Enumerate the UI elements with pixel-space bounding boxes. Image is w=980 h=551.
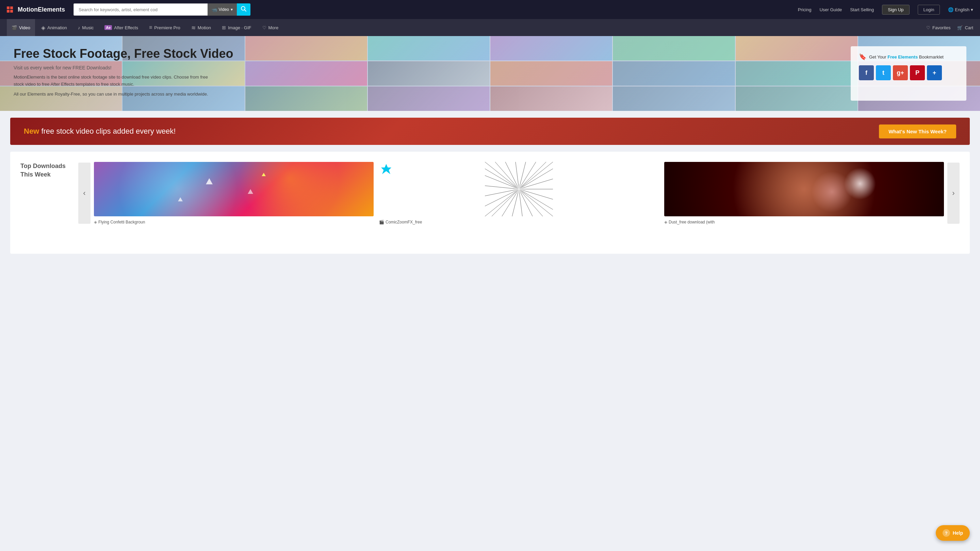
premiere-icon: ≡ [149, 24, 152, 30]
bookmarklet-text: Get Your Free Elements Bookmarklet [869, 54, 943, 60]
more-icon: ♡ [262, 25, 266, 30]
bookmarklet-header: 🔖 Get Your Free Elements Bookmarklet [859, 53, 958, 60]
signup-button[interactable]: Sign Up [882, 5, 909, 14]
sidebar-item-more[interactable]: ♡ More [258, 19, 283, 36]
animation-label: Animation [47, 25, 67, 30]
item-label: ◈ Flying Confetti Backgroun [94, 220, 374, 224]
thumbnail-dust[interactable] [664, 162, 944, 216]
search-area: 📹 Video ▾ [73, 3, 250, 16]
motion-label: Motion [198, 25, 211, 30]
twitter-button[interactable]: t [876, 65, 891, 80]
thumbnail-confetti[interactable] [94, 162, 374, 216]
facebook-button[interactable]: f [859, 65, 874, 80]
image-gif-label: Image · GIF [228, 25, 251, 30]
music-icon: ♪ [78, 25, 80, 30]
list-item: 🎬 ComicZoomFX_free [379, 162, 659, 224]
item-title: Dust_free download (with [669, 220, 714, 224]
category-nav-items: 🎬 Video ◈ Animation ♪ Music Ae After Eff… [7, 19, 926, 36]
hero-section: Free Stock Footage, Free Stock Video Vis… [0, 36, 980, 111]
video-icon: 🎬 [11, 25, 17, 30]
logo[interactable]: MotionElements [7, 6, 68, 13]
list-item: ◈ Flying Confetti Backgroun [94, 162, 374, 224]
cart-link[interactable]: 🛒 Cart [957, 25, 973, 30]
cart-label: Cart [965, 25, 973, 30]
bookmark-icon: 🔖 [859, 53, 866, 60]
comic-lines-svg [379, 162, 659, 216]
animation-icon: ◈ [94, 220, 97, 224]
share-more-button[interactable]: + [927, 65, 942, 80]
item-label: ◈ Dust_free download (with [664, 220, 944, 224]
social-buttons: f t g+ P + [859, 65, 958, 80]
section-title: Top Downloads This Week [21, 162, 68, 179]
favorites-link[interactable]: ♡ Favorites [926, 25, 950, 30]
hero-royalty-text: All our Elements are Royalty-Free, so yo… [14, 92, 837, 97]
carousel-next-button[interactable]: › [947, 163, 959, 224]
sidebar-item-after-effects[interactable]: Ae After Effects [100, 19, 143, 36]
list-item: ◈ Dust_free download (with [664, 162, 944, 224]
top-nav-links: Pricing User Guide Start Selling Sign Up… [798, 5, 973, 14]
svg-line-1 [245, 10, 247, 11]
search-type-button[interactable]: 📹 Video ▾ [208, 3, 237, 16]
premiere-pro-label: Premiere Pro [154, 25, 180, 30]
carousel-area: ‹ ◈ Flying Confetti Backgroun [78, 162, 959, 224]
page-title: Free Stock Footage, Free Stock Video [14, 46, 837, 61]
language-button[interactable]: 🌐 English ▾ [948, 7, 973, 12]
more-label: More [269, 25, 279, 30]
item-label: 🎬 ComicZoomFX_free [379, 220, 659, 224]
hero-right: 🔖 Get Your Free Elements Bookmarklet f t… [851, 46, 966, 101]
ae-icon: Ae [105, 25, 112, 30]
music-label: Music [82, 25, 94, 30]
top-downloads-section: Top Downloads This Week ‹ ◈ [10, 152, 970, 254]
search-input[interactable] [73, 3, 208, 16]
whats-new-button[interactable]: What's New This Week? [879, 124, 956, 138]
banner-new-word: New [24, 127, 39, 135]
search-type-label: Video [219, 7, 229, 12]
carousel-prev-button[interactable]: ‹ [78, 163, 91, 224]
cat-nav-right: ♡ Favorites 🛒 Cart [926, 25, 973, 30]
globe-icon: 🌐 [948, 7, 953, 12]
free-elements-link[interactable]: Free Elements [888, 54, 918, 60]
animation-icon: ◈ [41, 24, 45, 31]
svg-point-28 [509, 181, 529, 198]
search-icon [240, 6, 247, 13]
section-inner: Top Downloads This Week ‹ ◈ [21, 162, 959, 224]
logo-icon [7, 6, 13, 13]
video-icon: 🎬 [379, 220, 384, 224]
pinterest-button[interactable]: P [910, 65, 925, 80]
thumbnail-comic[interactable] [379, 162, 659, 216]
hero-left: Free Stock Footage, Free Stock Video Vis… [14, 46, 837, 101]
chevron-down-icon: ▾ [971, 7, 973, 12]
favorites-label: Favorites [932, 25, 950, 30]
hero-subtitle: Visit us every week for new FREE Downloa… [14, 65, 837, 70]
carousel-items: ◈ Flying Confetti Backgroun [94, 162, 944, 224]
camera-icon: 📹 [212, 7, 217, 12]
animation-icon: ◈ [664, 220, 667, 224]
sidebar-item-animation[interactable]: ◈ Animation [37, 19, 72, 36]
favorites-icon: ♡ [926, 25, 930, 30]
video-label: Video [19, 25, 30, 30]
start-selling-link[interactable]: Start Selling [850, 7, 874, 12]
promo-banner: New free stock video clips added every w… [10, 118, 970, 145]
hero-desc: MotionElements is the best online stock … [14, 74, 218, 88]
banner-text: New free stock video clips added every w… [24, 127, 176, 136]
top-nav: MotionElements 📹 Video ▾ Pricing User Gu… [0, 0, 980, 19]
pricing-link[interactable]: Pricing [798, 7, 811, 12]
login-button[interactable]: Login [918, 5, 940, 14]
language-label: English [955, 7, 969, 12]
category-nav: 🎬 Video ◈ Animation ♪ Music Ae After Eff… [0, 19, 980, 36]
sidebar-item-video[interactable]: 🎬 Video [7, 19, 35, 36]
google-plus-button[interactable]: g+ [893, 65, 908, 80]
logo-text: MotionElements [18, 6, 65, 13]
image-icon: ⊞ [222, 25, 226, 30]
cart-icon: 🛒 [957, 25, 963, 30]
sidebar-item-motion[interactable]: ≋ Motion [186, 19, 216, 36]
search-submit-button[interactable] [237, 3, 250, 16]
sidebar-item-image-gif[interactable]: ⊞ Image · GIF [217, 19, 256, 36]
hero-content: Free Stock Footage, Free Stock Video Vis… [0, 36, 980, 111]
item-title: ComicZoomFX_free [385, 220, 422, 224]
chevron-down-icon: ▾ [231, 7, 233, 12]
sidebar-item-music[interactable]: ♪ Music [73, 19, 98, 36]
item-title: Flying Confetti Backgroun [98, 220, 145, 224]
user-guide-link[interactable]: User Guide [819, 7, 842, 12]
sidebar-item-premiere-pro[interactable]: ≡ Premiere Pro [144, 19, 185, 36]
